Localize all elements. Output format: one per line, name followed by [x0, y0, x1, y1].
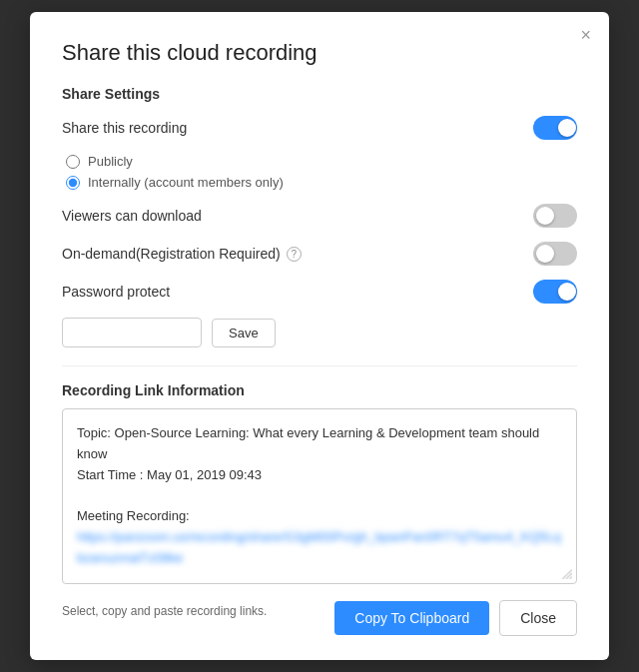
- recording-start-time: Start Time : May 01, 2019 09:43: [77, 465, 562, 486]
- password-row: Save: [62, 318, 577, 347]
- resize-handle-icon: [560, 567, 572, 579]
- viewers-download-row: Viewers can download: [62, 204, 577, 228]
- share-recording-label: Share this recording: [62, 120, 187, 136]
- password-protect-toggle[interactable]: [533, 280, 577, 304]
- modal-close-button[interactable]: ×: [580, 26, 591, 44]
- topic-value: Open-Source Learning: What every Learnin…: [77, 425, 539, 461]
- start-time-label: Start Time :: [77, 467, 143, 482]
- meeting-recording-label: Meeting Recording:: [77, 506, 562, 527]
- copy-to-clipboard-button[interactable]: Copy To Clipboard: [334, 601, 489, 635]
- start-time-value: May 01, 2019 09:43: [147, 467, 262, 482]
- footer-buttons: Copy To Clipboard Close: [334, 600, 577, 636]
- radio-publicly-label: Publicly: [88, 154, 133, 169]
- share-settings-title: Share Settings: [62, 86, 577, 102]
- recording-info-box: Topic: Open-Source Learning: What every …: [62, 408, 577, 584]
- radio-internally[interactable]: Internally (account members only): [66, 175, 577, 190]
- on-demand-help-icon[interactable]: ?: [287, 247, 302, 262]
- modal-overlay: × Share this cloud recording Share Setti…: [0, 0, 639, 672]
- recording-link-section-title: Recording Link Information: [62, 382, 577, 398]
- share-recording-toggle[interactable]: [533, 116, 577, 140]
- close-button[interactable]: Close: [499, 600, 577, 636]
- password-input[interactable]: [62, 318, 202, 347]
- save-password-button[interactable]: Save: [212, 319, 276, 347]
- radio-publicly[interactable]: Publicly: [66, 154, 577, 169]
- password-protect-row: Password protect: [62, 280, 577, 304]
- on-demand-toggle[interactable]: [533, 242, 577, 266]
- visibility-radio-group: Publicly Internally (account members onl…: [66, 154, 577, 190]
- meeting-recording-url[interactable]: https://panzoom.us/recording/share/G3gM0…: [77, 529, 561, 565]
- footer-actions: Select, copy and paste recording links. …: [62, 600, 577, 636]
- radio-internally-label: Internally (account members only): [88, 175, 284, 190]
- topic-label: Topic:: [77, 425, 111, 440]
- viewers-download-label: Viewers can download: [62, 208, 202, 224]
- on-demand-label: On-demand(Registration Required) ?: [62, 246, 302, 262]
- meeting-recording-section: Meeting Recording: https://panzoom.us/re…: [77, 506, 562, 568]
- on-demand-row: On-demand(Registration Required) ?: [62, 242, 577, 266]
- recording-topic: Topic: Open-Source Learning: What every …: [77, 423, 562, 465]
- svg-line-2: [570, 576, 572, 578]
- modal-dialog: × Share this cloud recording Share Setti…: [30, 12, 609, 660]
- divider: [62, 365, 577, 366]
- modal-title: Share this cloud recording: [62, 40, 577, 66]
- password-protect-label: Password protect: [62, 284, 170, 300]
- viewers-download-toggle[interactable]: [533, 204, 577, 228]
- share-recording-row: Share this recording: [62, 116, 577, 140]
- footer-hint: Select, copy and paste recording links.: [62, 604, 267, 618]
